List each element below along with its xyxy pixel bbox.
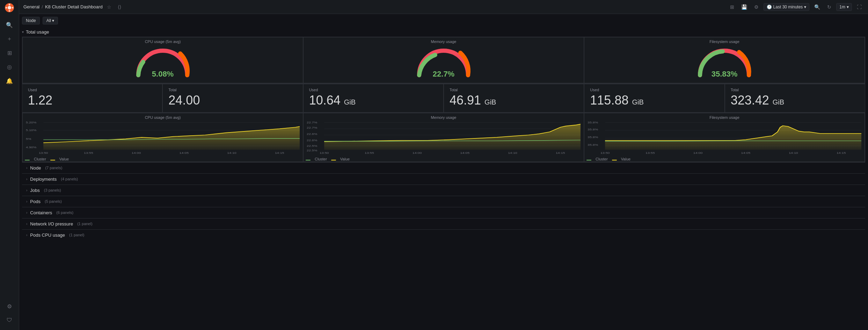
refresh-interval-selector[interactable]: 1m ▾ bbox=[836, 3, 852, 11]
breadcrumb-separator: / bbox=[42, 4, 43, 9]
svg-point-2 bbox=[9, 4, 10, 6]
section-row-deployments[interactable]: › Deployments (4 panels) bbox=[22, 173, 865, 185]
section-row-pods[interactable]: › Pods (5 panels) bbox=[22, 196, 865, 207]
svg-text:14:05: 14:05 bbox=[741, 151, 750, 154]
cpu-chart-panel: CPU usage (5m avg) 5.20% 5.10% 5% 4.90% bbox=[22, 113, 303, 162]
svg-text:35.8%: 35.8% bbox=[588, 136, 598, 138]
svg-marker-47 bbox=[605, 125, 861, 150]
value-legend-label-3: Value bbox=[621, 157, 630, 161]
section-chevron-2: › bbox=[26, 188, 27, 192]
cluster-legend-dot-1 bbox=[25, 157, 30, 161]
cpu-used-cell: Used 1.22 bbox=[22, 84, 162, 113]
section-name-1: Deployments bbox=[30, 177, 57, 182]
mem-total-value: 46.91 GiB bbox=[450, 93, 578, 107]
node-filter-button[interactable]: Node bbox=[22, 17, 40, 24]
value-legend-dot-1 bbox=[50, 157, 55, 161]
add-panel-button[interactable]: ⊞ bbox=[728, 3, 736, 11]
svg-marker-32 bbox=[324, 124, 581, 150]
svg-text:5.10%: 5.10% bbox=[26, 129, 36, 131]
section-row-network-i/o-pressure[interactable]: › Network I/O pressure (1 panel) bbox=[22, 218, 865, 229]
total-usage-label: Total usage bbox=[26, 29, 49, 35]
cpu-chart-title: CPU usage (5m avg) bbox=[25, 115, 301, 120]
memory-chart-legend: Cluster Value bbox=[306, 156, 582, 161]
svg-text:22.7%: 22.7% bbox=[307, 121, 317, 124]
star-button[interactable]: ☆ bbox=[105, 3, 114, 11]
section-chevron-6: › bbox=[26, 233, 27, 237]
cpu-gauge-panel: CPU usage (5m avg) 5.08% bbox=[22, 37, 303, 83]
search-icon[interactable]: 🔍 bbox=[3, 19, 16, 31]
section-chevron-0: › bbox=[26, 166, 27, 170]
breadcrumb-general[interactable]: General bbox=[23, 4, 39, 9]
section-name-2: Jobs bbox=[30, 188, 39, 193]
section-name-0: Node bbox=[30, 165, 41, 171]
save-button[interactable]: 💾 bbox=[739, 3, 749, 11]
value-legend-dot-3 bbox=[612, 157, 617, 161]
mem-used-value: 10.64 GiB bbox=[309, 93, 438, 107]
section-row-node[interactable]: › Node (7 panels) bbox=[22, 162, 865, 173]
svg-text:35.8%: 35.8% bbox=[588, 121, 598, 124]
svg-point-4 bbox=[6, 7, 7, 9]
filter-bar: Node All ▾ bbox=[22, 17, 865, 24]
svg-text:14:15: 14:15 bbox=[556, 151, 565, 154]
svg-point-3 bbox=[9, 10, 10, 12]
shield-icon[interactable]: 🛡 bbox=[3, 314, 16, 327]
section-name-3: Pods bbox=[30, 199, 41, 204]
section-row-containers[interactable]: › Containers (6 panels) bbox=[22, 207, 865, 218]
mem-used-cell: Used 10.64 GiB bbox=[303, 84, 444, 113]
cpu-total-label: Total bbox=[168, 88, 297, 92]
svg-text:35.8%: 35.8% bbox=[588, 128, 598, 131]
cpu-gauge-container: 5.08% bbox=[23, 44, 303, 83]
memory-gauge-container: 22.7% bbox=[304, 44, 584, 83]
add-icon[interactable]: ＋ bbox=[3, 33, 16, 45]
section-row-jobs[interactable]: › Jobs (3 panels) bbox=[22, 185, 865, 196]
cluster-legend-label-1: Cluster bbox=[34, 157, 46, 161]
cpu-gauge-title: CPU usage (5m avg) bbox=[23, 37, 303, 44]
sections-container: › Node (7 panels) › Deployments (4 panel… bbox=[22, 162, 865, 241]
fs-total-value: 323.42 GiB bbox=[731, 93, 859, 107]
fullscreen-button[interactable]: ⛶ bbox=[855, 3, 864, 11]
svg-point-5 bbox=[12, 7, 14, 9]
total-usage-section[interactable]: ▾ Total usage bbox=[22, 27, 865, 37]
section-row-pods-cpu-usage[interactable]: › Pods CPU usage (1 panel) bbox=[22, 229, 865, 241]
section-count-6: (1 panel) bbox=[69, 233, 84, 237]
cpu-used-label: Used bbox=[28, 88, 156, 92]
svg-text:5.20%: 5.20% bbox=[26, 121, 36, 124]
memory-gauge-wrap: 22.7% bbox=[416, 47, 472, 79]
section-count-3: (5 panels) bbox=[45, 199, 62, 203]
bell-icon[interactable]: 🔔 bbox=[3, 74, 16, 87]
fs-total-number: 323.42 bbox=[731, 93, 769, 107]
grid-icon[interactable]: ⊞ bbox=[3, 46, 16, 59]
value-legend-label-1: Value bbox=[59, 157, 69, 161]
mem-total-label: Total bbox=[450, 88, 578, 92]
sidebar-logo[interactable] bbox=[5, 3, 14, 14]
filesystem-gauge-panel: Filesystem usage 35.83% bbox=[584, 37, 865, 83]
cpu-used-number: 1.22 bbox=[28, 93, 52, 107]
time-range-selector[interactable]: 🕐 Last 30 minutes ▾ bbox=[764, 3, 810, 11]
memory-chart-title: Memory usage bbox=[306, 115, 582, 120]
dashboard-settings-button[interactable]: ⚙ bbox=[752, 3, 761, 11]
svg-text:35.8%: 35.8% bbox=[588, 143, 598, 146]
stats-row: Used 1.22 Total 24.00 Used 10.64 GiB Tot… bbox=[22, 84, 865, 113]
svg-text:22.5%: 22.5% bbox=[307, 149, 317, 152]
fs-total-cell: Total 323.42 GiB bbox=[725, 84, 865, 113]
fs-used-label: Used bbox=[590, 88, 719, 92]
cluster-legend-dot-2 bbox=[306, 157, 311, 161]
refresh-interval-label: 1m bbox=[839, 5, 845, 9]
refresh-button[interactable]: ↻ bbox=[825, 3, 833, 11]
svg-text:14:15: 14:15 bbox=[275, 151, 284, 154]
cpu-gauge-value: 5.08% bbox=[152, 70, 174, 79]
filesystem-chart-svg: 35.8% 35.8% 35.8% 35.8% 13:50 13:55 14:0… bbox=[586, 120, 862, 155]
filesystem-chart-panel: Filesystem usage 35.8% 35.8% 35.8% 35.8% bbox=[584, 113, 865, 162]
share-button[interactable]: ⟨⟩ bbox=[116, 3, 123, 11]
svg-text:14:00: 14:00 bbox=[413, 151, 422, 154]
section-chevron-1: › bbox=[26, 177, 27, 181]
main-content: Node All ▾ ▾ Total usage CPU usage (5m a… bbox=[19, 14, 868, 330]
fs-used-number: 115.88 bbox=[590, 93, 628, 107]
value-legend-label-2: Value bbox=[340, 157, 350, 161]
svg-text:5%: 5% bbox=[26, 137, 31, 140]
zoom-out-button[interactable]: 🔍 bbox=[812, 3, 822, 11]
explore-icon[interactable]: ◎ bbox=[3, 60, 16, 73]
mem-total-cell: Total 46.91 GiB bbox=[444, 84, 584, 113]
all-filter-button[interactable]: All ▾ bbox=[43, 17, 58, 24]
settings-icon[interactable]: ⚙ bbox=[3, 300, 16, 313]
